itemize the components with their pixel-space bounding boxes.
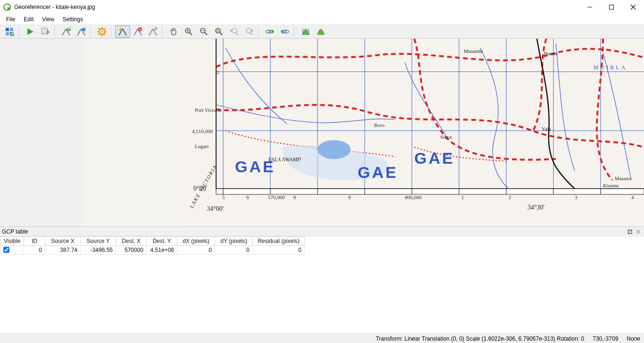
map-canvas[interactable]: GAE GAE GAE MUIRLA YALA SWAMP Port Victo… — [84, 39, 644, 226]
map-x-570000: 570,000 — [268, 194, 285, 200]
map-coord-34-30: 34°30' — [527, 204, 544, 211]
gcp-table[interactable]: Visible ID Source X Source Y Dest. X Des… — [0, 236, 644, 255]
map-label-siaya: Siaya — [440, 134, 452, 140]
col-residual[interactable]: Residual (pixels) — [253, 237, 305, 246]
map-tick: 3 — [575, 194, 577, 200]
svg-line-40 — [149, 29, 153, 35]
map-label-lugari: Lugari — [195, 143, 209, 149]
panel-close-icon[interactable] — [635, 228, 642, 235]
map-tick: 6 — [246, 194, 249, 200]
save-gcp-button[interactable] — [38, 25, 53, 38]
col-dest-y[interactable]: Dest. Y — [147, 237, 177, 246]
map-tick: 5 — [222, 194, 225, 200]
menu-settings[interactable]: Settings — [59, 15, 87, 24]
svg-rect-93 — [629, 231, 632, 234]
col-dx[interactable]: dX (pixels) — [177, 237, 215, 246]
zoom-last-button[interactable] — [226, 25, 242, 38]
map-label-gae: GAE — [414, 149, 455, 167]
svg-line-19 — [77, 29, 81, 35]
gcp-table-row[interactable]: 0 387.74 -3496.55 570000 4.51e+06 0 0 0 — [0, 246, 644, 255]
add-point-icon[interactable]: + — [59, 25, 74, 38]
map-label-gae: GAE — [358, 163, 398, 181]
svg-marker-12 — [27, 28, 33, 35]
cell-visible[interactable] — [0, 246, 24, 255]
status-extra: None — [627, 335, 640, 342]
menu-edit[interactable]: Edit — [19, 15, 38, 24]
menu-file[interactable]: File — [2, 15, 19, 24]
col-source-y[interactable]: Source Y — [81, 237, 116, 246]
map-x-600000: 600,000 — [405, 194, 422, 200]
svg-line-30 — [99, 33, 100, 35]
map-label-yala-swamp: YALA SWAMP — [268, 156, 301, 163]
col-visible[interactable]: Visible — [0, 237, 24, 246]
start-georef-button[interactable] — [23, 25, 38, 38]
svg-rect-1 — [8, 8, 10, 10]
map-label-maseno: Maseno — [615, 176, 631, 181]
cell-dest-y[interactable]: 4.51e+06 — [147, 246, 177, 255]
menu-bar: File Edit View Settings — [0, 14, 644, 25]
map-coord-34-00: 34°00' — [207, 205, 224, 212]
svg-line-28 — [99, 28, 100, 30]
link-georef-to-qgis-button[interactable] — [262, 25, 277, 38]
cell-dx[interactable]: 0 — [177, 246, 215, 255]
gcp-panel-title: GCP table — [2, 228, 28, 235]
cell-source-x[interactable]: 387.74 — [45, 246, 81, 255]
svg-line-31 — [104, 28, 105, 30]
zoom-next-button[interactable] — [242, 25, 257, 38]
minimize-button[interactable] — [579, 0, 601, 14]
svg-line-50 — [220, 33, 222, 35]
map-tick: 9 — [348, 194, 351, 200]
gcp-visible-checkbox[interactable] — [3, 247, 9, 253]
cell-dest-x[interactable]: 570000 — [116, 246, 147, 255]
close-button[interactable] — [622, 0, 644, 14]
pan-button[interactable] — [166, 25, 181, 38]
load-gcp-button[interactable] — [74, 25, 89, 38]
svg-text:+: + — [67, 27, 70, 32]
svg-rect-13 — [42, 28, 47, 34]
map-y-4510000: 4,510,000 — [192, 128, 213, 134]
map-tick: 1 — [461, 194, 464, 200]
local-histogram-button[interactable] — [313, 25, 328, 38]
zoom-out-button[interactable] — [196, 25, 211, 38]
panel-undock-icon[interactable] — [626, 228, 634, 235]
col-id[interactable]: ID — [24, 237, 45, 246]
svg-rect-21 — [82, 28, 85, 31]
svg-line-47 — [205, 33, 207, 35]
toolbar: + + — [0, 25, 644, 39]
zoom-to-layer-button[interactable] — [211, 25, 226, 38]
svg-line-53 — [236, 33, 238, 35]
zoom-in-button[interactable] — [181, 25, 196, 38]
map-ytick: 2 — [217, 69, 219, 75]
svg-point-34 — [119, 28, 122, 31]
cell-dy[interactable]: 0 — [215, 246, 253, 255]
delete-gcp-point-button[interactable] — [130, 25, 145, 38]
col-source-x[interactable]: Source X — [45, 237, 81, 246]
map-label-yala: Yala — [542, 126, 551, 132]
link-qgis-to-georef-button[interactable] — [277, 25, 293, 38]
maximize-button[interactable] — [601, 0, 622, 14]
menu-view[interactable]: View — [38, 15, 59, 24]
svg-point-52 — [232, 28, 237, 33]
svg-line-43 — [190, 33, 192, 35]
cell-residual[interactable]: 0 — [253, 246, 305, 255]
move-gcp-point-button[interactable] — [145, 25, 160, 38]
map-label-musanda: Musanda — [464, 48, 483, 54]
cell-id[interactable]: 0 — [24, 246, 45, 255]
svg-line-33 — [123, 29, 126, 35]
status-bar: Transform: Linear Translation (0, 0) Sca… — [0, 334, 644, 343]
col-dest-x[interactable]: Dest. X — [116, 237, 147, 246]
settings-gear-button[interactable] — [94, 25, 109, 38]
svg-point-23 — [101, 31, 103, 33]
status-transform: Transform: Linear Translation (0, 0) Sca… — [376, 335, 584, 342]
map-canvas-area[interactable]: GAE GAE GAE MUIRLA YALA SWAMP Port Victo… — [0, 39, 644, 226]
gcp-panel-header[interactable]: GCP table — [0, 227, 644, 236]
svg-rect-81 — [216, 189, 644, 194]
svg-rect-92 — [628, 230, 632, 234]
svg-line-56 — [250, 33, 252, 35]
add-gcp-point-button[interactable] — [115, 25, 130, 38]
open-raster-button[interactable]: + — [2, 25, 17, 38]
full-histogram-button[interactable] — [298, 25, 313, 38]
svg-rect-3 — [610, 5, 614, 9]
col-dy[interactable]: dY (pixels) — [215, 237, 253, 246]
cell-source-y[interactable]: -3496.55 — [81, 246, 116, 255]
